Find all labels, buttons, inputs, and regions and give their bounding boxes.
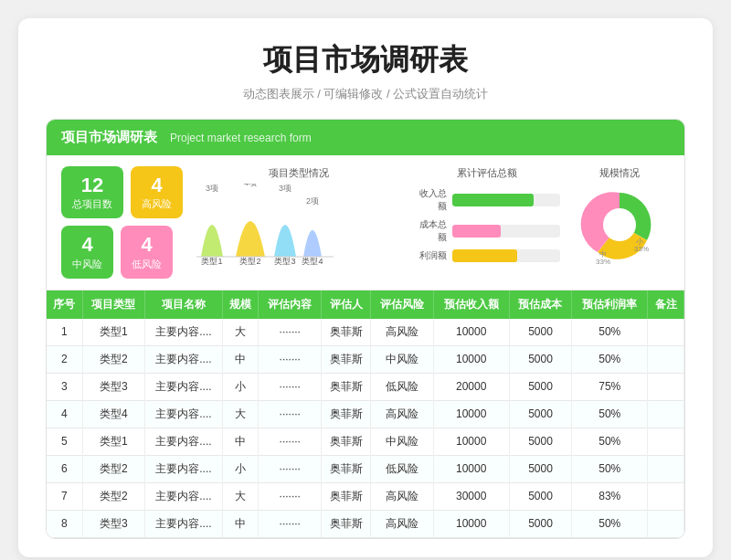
cell-profit: 50% (572, 319, 648, 346)
cell-name: 主要内容.... (145, 345, 223, 373)
main-card: 项目市场调研表 Project market research form 12 … (46, 119, 685, 539)
cell-note (648, 400, 684, 428)
stats-col: 12 总项目数 4 高风险 4 中风险 4 低风险 (61, 166, 183, 279)
cell-scale: 中 (222, 510, 259, 537)
cell-risk: 高风险 (371, 319, 434, 346)
svg-text:大: 大 (634, 205, 641, 213)
table-header-row: 序号 项目类型 项目名称 规模 评估内容 评估人 评估风险 预估收入额 预估成本… (47, 291, 684, 319)
cell-cost: 5000 (509, 373, 572, 400)
stat-low-risk-label: 低风险 (132, 258, 162, 271)
cell-name: 主要内容.... (145, 510, 223, 537)
col-scale: 规模 (222, 291, 259, 319)
cell-type: 类型3 (82, 510, 145, 537)
table-row[interactable]: 8 类型3 主要内容.... 中 ······· 奥菲斯 高风险 10000 5… (47, 510, 684, 537)
cell-id: 7 (47, 482, 82, 510)
svg-text:类型2: 类型2 (239, 257, 260, 266)
cell-name: 主要内容.... (145, 319, 223, 346)
cell-profit: 75% (572, 373, 648, 400)
svg-point-9 (603, 208, 636, 241)
table-row[interactable]: 5 类型1 主要内容.... 中 ······· 奥菲斯 中风险 10000 5… (47, 428, 684, 455)
cell-note (648, 428, 684, 455)
col-risk: 评估风险 (371, 291, 434, 319)
cell-name: 主要内容.... (145, 455, 223, 482)
cell-type: 类型2 (82, 482, 145, 510)
col-type: 项目类型 (82, 291, 145, 319)
cell-name: 主要内容.... (145, 428, 223, 455)
cell-risk: 中风险 (371, 428, 434, 455)
svg-text:4项: 4项 (244, 184, 257, 187)
svg-text:3项: 3项 (279, 184, 291, 193)
cell-risk: 高风险 (371, 510, 434, 537)
col-id: 序号 (47, 291, 82, 319)
cell-scale: 大 (222, 400, 259, 428)
cell-profit: 50% (572, 455, 648, 482)
card-header-sub: Project market research form (170, 132, 312, 144)
cell-id: 5 (47, 428, 82, 455)
cell-income: 10000 (433, 319, 509, 346)
cell-income: 10000 (433, 345, 509, 373)
cell-scale: 中 (222, 345, 259, 373)
cell-content: ······· (259, 373, 322, 400)
col-content: 评估内容 (259, 291, 322, 319)
svg-text:33%: 33% (596, 258, 610, 266)
stat-total-num: 12 (72, 174, 112, 197)
cell-cost: 5000 (509, 455, 572, 482)
svg-text:类型4: 类型4 (302, 257, 323, 266)
page-wrapper: 项目市场调研表 动态图表展示 / 可编辑修改 / 公式设置自动统计 项目市场调研… (18, 18, 713, 557)
col-income: 预估收入额 (433, 291, 509, 319)
stat-mid-risk: 4 中风险 (61, 226, 113, 278)
cell-scale: 小 (222, 373, 259, 400)
cell-content: ······· (259, 345, 322, 373)
cell-type: 类型2 (82, 345, 145, 373)
cell-evaluator: 奥菲斯 (322, 400, 371, 428)
cell-note (648, 345, 684, 373)
cell-risk: 中风险 (371, 345, 434, 373)
svg-text:34%: 34% (634, 214, 649, 222)
cell-id: 8 (47, 510, 82, 537)
stat-high-risk-label: 高风险 (142, 197, 172, 211)
cell-risk: 高风险 (371, 482, 434, 510)
cell-scale: 大 (222, 319, 259, 346)
bar-track-cost (452, 225, 560, 238)
stat-low-risk-num: 4 (132, 233, 162, 257)
cell-income: 10000 (433, 455, 509, 482)
cell-risk: 高风险 (371, 400, 434, 428)
cell-type: 类型2 (82, 455, 145, 482)
bell-chart-area: 项目类型情况 3项 4项 (192, 166, 405, 279)
col-name: 项目名称 (145, 291, 223, 319)
svg-text:2项: 2项 (306, 196, 319, 206)
cell-income: 10000 (433, 400, 509, 428)
table-row[interactable]: 6 类型2 主要内容.... 小 ······· 奥菲斯 低风险 10000 5… (47, 455, 684, 482)
cell-income: 30000 (433, 482, 509, 510)
cell-content: ······· (259, 319, 322, 346)
cell-note (648, 510, 684, 537)
cell-note (648, 319, 684, 346)
bar-track-profit (452, 249, 560, 262)
svg-text:类型1: 类型1 (201, 257, 222, 266)
bell-chart-svg: 3项 4项 3项 2项 类型1 类型2 类型3 类型4 (192, 184, 405, 269)
cell-evaluator: 奥菲斯 (322, 482, 371, 510)
stat-mid-risk-label: 中风险 (72, 258, 102, 271)
cell-profit: 50% (572, 428, 648, 455)
bell-chart-title: 项目类型情况 (269, 166, 329, 180)
page-subtitle: 动态图表展示 / 可编辑修改 / 公式设置自动统计 (46, 86, 685, 102)
table-row[interactable]: 4 类型4 主要内容.... 大 ······· 奥菲斯 高风险 10000 5… (47, 400, 684, 428)
stat-total-label: 总项目数 (72, 197, 112, 211)
cell-evaluator: 奥菲斯 (322, 510, 371, 537)
bar-label-cost: 成本总额 (414, 218, 447, 244)
cell-scale: 大 (222, 482, 259, 510)
cell-risk: 低风险 (371, 373, 434, 400)
cell-cost: 5000 (509, 400, 572, 428)
bar-track-income (452, 194, 560, 206)
cell-profit: 50% (572, 345, 648, 373)
svg-text:类型3: 类型3 (274, 257, 295, 266)
table-row[interactable]: 3 类型3 主要内容.... 小 ······· 奥菲斯 低风险 20000 5… (47, 373, 684, 400)
cell-content: ······· (259, 455, 322, 482)
table-row[interactable]: 2 类型2 主要内容.... 中 ······· 奥菲斯 中风险 10000 5… (47, 345, 684, 373)
table-row[interactable]: 1 类型1 主要内容.... 大 ······· 奥菲斯 高风险 10000 5… (47, 319, 684, 346)
bar-fill-income (452, 194, 534, 206)
table-row[interactable]: 7 类型2 主要内容.... 大 ······· 奥菲斯 高风险 30000 5… (47, 482, 684, 510)
stat-total: 12 总项目数 (61, 166, 123, 218)
cell-note (648, 373, 684, 400)
cell-type: 类型4 (82, 400, 145, 428)
